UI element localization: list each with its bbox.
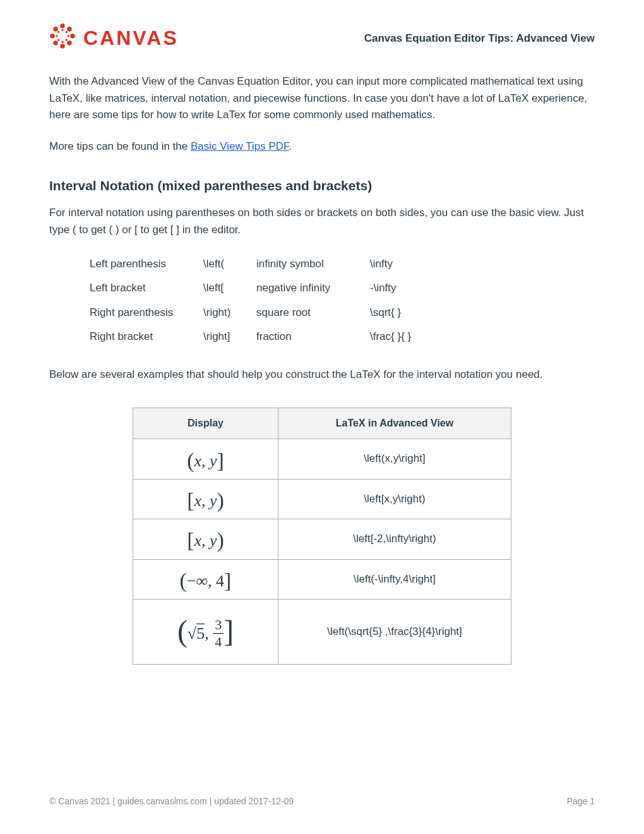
table-row: (−∞, 4] \left(-\infty,4\right]: [133, 559, 511, 599]
example-display: [x, y): [133, 479, 278, 519]
brand-name: CANVAS: [83, 23, 179, 54]
footer-page-number: Page 1: [567, 795, 595, 809]
symbol-name: fraction: [256, 325, 370, 349]
more-tips-line: More tips can be found in the Basic View…: [49, 138, 595, 155]
section-description: For interval notation using parentheses …: [49, 205, 595, 238]
symbol-latex: \infty: [370, 252, 446, 276]
symbol-latex: \left(: [203, 252, 256, 276]
svg-point-9: [61, 41, 63, 43]
svg-point-4: [53, 27, 58, 32]
svg-point-3: [70, 33, 75, 39]
more-tips-suffix: .: [289, 140, 292, 152]
example-display: [x, y): [133, 519, 278, 559]
footer-copyright: © Canvas 2021 | guides.canvaslms.com | u…: [49, 795, 294, 809]
svg-point-15: [66, 39, 68, 41]
symbol-latex: \left[: [203, 276, 256, 300]
symbol-name: Left parenthesis: [90, 252, 203, 276]
canvas-ring-icon: [49, 23, 76, 54]
table-row: [x, y) \left[-2,\infty\right): [133, 519, 511, 559]
col-header-latex: LaTeX in Advanced View: [278, 408, 511, 439]
example-latex: \left(x,y\right]: [278, 439, 511, 479]
symbol-latex: \right): [203, 301, 256, 325]
svg-point-7: [67, 40, 72, 45]
page-footer: © Canvas 2021 | guides.canvaslms.com | u…: [49, 795, 595, 809]
svg-point-14: [57, 39, 59, 41]
symbol-latex: \frac{ }{ }: [370, 325, 446, 349]
page-header: CANVAS Canvas Equation Editor Tips: Adva…: [49, 23, 595, 54]
page-title: Canvas Equation Editor Tips: Advanced Vi…: [364, 30, 595, 47]
symbol-name: square root: [256, 301, 370, 325]
basic-view-tips-link[interactable]: Basic View Tips PDF: [191, 140, 289, 152]
table-row: Right parenthesis \right) square root \s…: [90, 301, 446, 325]
svg-point-5: [67, 27, 72, 32]
section-heading: Interval Notation (mixed parentheses and…: [49, 176, 595, 196]
examples-intro: Below are several examples that should h…: [49, 366, 595, 383]
svg-point-2: [50, 33, 55, 39]
svg-point-8: [61, 29, 63, 31]
example-display: (√5, 34]: [133, 599, 278, 665]
symbol-reference-table: Left parenthesis \left( infinity symbol …: [90, 252, 446, 349]
symbol-latex: \sqrt{ }: [370, 301, 446, 325]
example-latex: \left[x,y\right): [278, 479, 511, 519]
svg-point-11: [68, 35, 69, 37]
svg-point-0: [60, 23, 65, 28]
svg-point-12: [57, 31, 59, 33]
example-latex: \left(-\infty,4\right]: [278, 559, 511, 599]
table-row: (x, y] \left(x,y\right]: [133, 439, 511, 479]
symbol-name: Left bracket: [90, 276, 203, 300]
svg-point-6: [53, 40, 58, 45]
table-header-row: Display LaTeX in Advanced View: [133, 408, 511, 439]
examples-table: Display LaTeX in Advanced View (x, y] \l…: [133, 408, 511, 665]
table-row: Left parenthesis \left( infinity symbol …: [90, 252, 446, 276]
col-header-display: Display: [133, 408, 278, 439]
table-row: (√5, 34] \left(\sqrt{5} ,\frac{3}{4}\rig…: [133, 599, 511, 665]
example-display: (x, y]: [133, 439, 278, 479]
brand-logo: CANVAS: [49, 23, 179, 54]
example-latex: \left(\sqrt{5} ,\frac{3}{4}\right]: [278, 599, 511, 665]
symbol-name: Right parenthesis: [90, 301, 203, 325]
symbol-latex: -\infty: [370, 276, 446, 300]
table-row: Left bracket \left[ negative infinity -\…: [90, 276, 446, 300]
svg-point-1: [60, 44, 65, 49]
svg-point-10: [56, 35, 57, 37]
table-row: [x, y) \left[x,y\right): [133, 479, 511, 519]
more-tips-prefix: More tips can be found in the: [49, 140, 191, 152]
example-latex: \left[-2,\infty\right): [278, 519, 511, 559]
example-display: (−∞, 4]: [133, 559, 278, 599]
table-row: Right bracket \right] fraction \frac{ }{…: [90, 325, 446, 349]
intro-paragraph: With the Advanced View of the Canvas Equ…: [49, 73, 595, 123]
symbol-name: negative infinity: [256, 276, 370, 300]
symbol-name: infinity symbol: [256, 252, 370, 276]
symbol-latex: \right]: [203, 325, 256, 349]
symbol-name: Right bracket: [90, 325, 203, 349]
svg-point-13: [66, 31, 68, 33]
